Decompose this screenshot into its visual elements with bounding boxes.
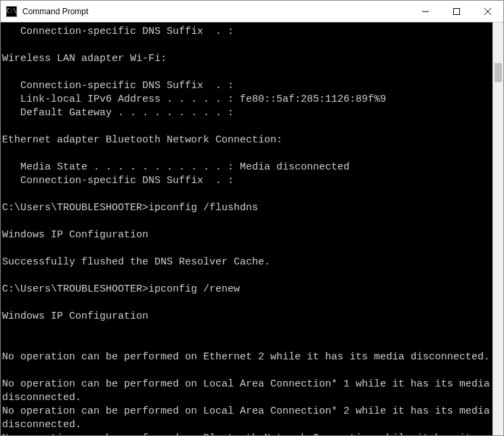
terminal-line [2,269,491,283]
close-icon [484,8,491,15]
vertical-scrollbar[interactable] [492,22,503,435]
terminal-line: Default Gateway . . . . . . . . . : [2,106,491,120]
terminal-line [2,147,491,161]
app-icon: C:\ [6,6,17,17]
terminal-line [2,120,491,134]
terminal-line [2,337,491,351]
terminal-line: No operation can be performed on Etherne… [2,351,491,364]
terminal-line [2,296,491,310]
terminal-line: Media State . . . . . . . . . . . : Medi… [2,161,491,174]
scroll-thumb[interactable] [495,63,502,82]
maximize-icon [453,8,460,15]
maximize-button[interactable] [441,1,472,22]
terminal-line: Windows IP Configuration [2,229,491,242]
terminal-line: Ethernet adapter Bluetooth Network Conne… [2,134,491,147]
terminal-output[interactable]: Connection-specific DNS Suffix . :Wirele… [1,22,492,435]
terminal-line [2,215,491,229]
svg-rect-1 [454,8,460,14]
terminal-line: Windows IP Configuration [2,310,491,323]
content-area: Connection-specific DNS Suffix . :Wirele… [1,22,503,435]
terminal-line [2,66,491,79]
terminal-line: Wireless LAN adapter Wi-Fi: [2,52,491,66]
terminal-line [2,323,491,337]
terminal-line [2,242,491,256]
minimize-icon [422,8,429,15]
terminal-line: Successfully flushed the DNS Resolver Ca… [2,256,491,269]
window-controls [410,1,503,22]
minimize-button[interactable] [410,1,441,22]
terminal-line: C:\Users\TROUBLESHOOTER>ipconfig /renew [2,283,491,296]
terminal-line [2,364,491,378]
terminal-line: Connection-specific DNS Suffix . : [2,174,491,188]
terminal-line [2,188,491,201]
terminal-line: No operation can be performed on Local A… [2,405,491,432]
terminal-line: Connection-specific DNS Suffix . : [2,79,491,93]
close-button[interactable] [472,1,503,22]
titlebar: C:\ Command Prompt [1,1,503,22]
window-title: Command Prompt [21,7,410,16]
terminal-line: C:\Users\TROUBLESHOOTER>ipconfig /flushd… [2,201,491,215]
terminal-line: No operation can be performed on Bluetoo… [2,432,491,435]
terminal-line: Connection-specific DNS Suffix . : [2,25,491,39]
terminal-line: Link-local IPv6 Address . . . . . : fe80… [2,93,491,106]
terminal-line [2,39,491,52]
terminal-line: No operation can be performed on Local A… [2,378,491,405]
